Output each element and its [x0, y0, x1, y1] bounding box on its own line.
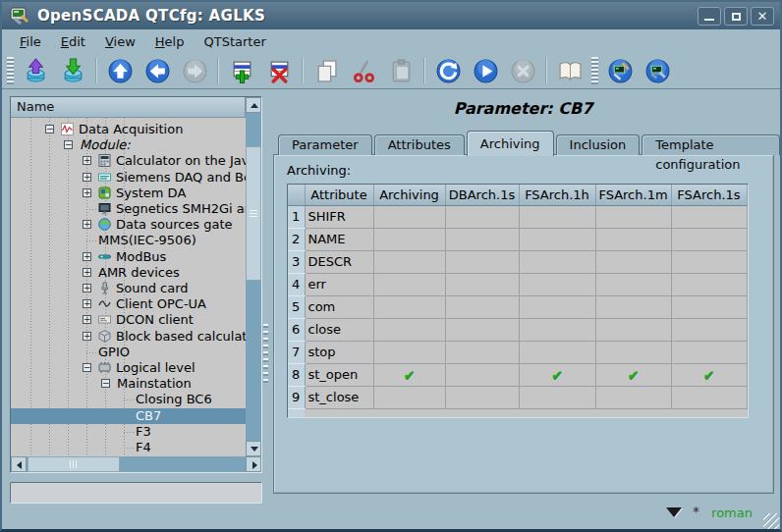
tab-inclusion[interactable]: Inclusion [556, 134, 641, 155]
archive-cell-dbarch-1s[interactable] [445, 318, 519, 341]
tree-header-name[interactable]: Name [11, 97, 246, 118]
archive-cell-fsarch-1s[interactable] [671, 386, 747, 408]
archive-cell-fsarch-1h[interactable] [519, 295, 595, 318]
go-back-button[interactable] [141, 55, 173, 86]
column-header-fsarch-1m[interactable]: FSArch.1m [595, 185, 671, 205]
tree-item-data-sources-gate[interactable]: +Data sources gate [11, 217, 246, 233]
maximize-button[interactable] [724, 7, 748, 26]
menu-file[interactable]: File [10, 32, 51, 51]
tree-item-module-[interactable]: −Module: [11, 137, 246, 153]
manual-button[interactable] [554, 55, 586, 86]
tree-item-cb7[interactable]: CB7 [11, 408, 246, 424]
archive-cell-fsarch-1s[interactable] [671, 228, 747, 250]
scroll-right-button[interactable] [246, 456, 261, 472]
tree-item-closing-bc6[interactable]: Closing BC6 [11, 392, 246, 407]
archive-cell-fsarch-1m[interactable] [595, 250, 671, 273]
vertical-scroll-handle[interactable] [246, 146, 261, 281]
archive-cell-dbarch-1s[interactable] [445, 363, 519, 386]
collapse-icon[interactable]: − [64, 140, 73, 149]
scroll-up-button[interactable] [246, 97, 261, 113]
archive-cell-archiving[interactable] [373, 341, 445, 363]
expand-icon[interactable]: + [83, 188, 91, 197]
archive-cell-archiving[interactable] [373, 386, 445, 408]
archive-cell-archiving[interactable] [373, 228, 445, 250]
archive-cell-archiving[interactable] [373, 250, 445, 273]
expand-icon[interactable]: + [83, 268, 91, 277]
archive-cell-dbarch-1s[interactable] [445, 250, 519, 273]
attribute-cell[interactable]: DESCR [305, 250, 373, 273]
archive-cell-dbarch-1s[interactable] [445, 341, 519, 363]
collapse-icon[interactable]: − [83, 363, 91, 372]
horizontal-scroll-handle[interactable] [28, 456, 120, 472]
archive-cell-fsarch-1s[interactable] [671, 318, 747, 341]
archive-cell-dbarch-1s[interactable] [445, 273, 519, 295]
archive-cell-fsarch-1h[interactable] [519, 341, 595, 363]
row-number[interactable]: 1 [288, 205, 305, 228]
archive-cell-dbarch-1s[interactable] [445, 295, 519, 318]
row-number[interactable]: 2 [288, 228, 305, 250]
column-header-dbarch-1s[interactable]: DBArch.1s [445, 185, 519, 205]
paste-item-button[interactable] [385, 55, 417, 86]
archive-cell-fsarch-1m[interactable] [595, 318, 671, 341]
resize-grip[interactable] [763, 513, 779, 529]
toolbar-grip[interactable] [7, 57, 14, 84]
tree-item-calculator-on-the-java-[interactable]: +Calculator on the Java- [11, 153, 246, 169]
archive-cell-archiving[interactable] [373, 318, 445, 341]
menu-help[interactable]: Help [145, 32, 195, 51]
archive-cell-fsarch-1h[interactable]: ✔ [519, 363, 595, 386]
add-item-button[interactable] [226, 55, 257, 86]
archive-cell-archiving[interactable] [373, 295, 445, 318]
archive-cell-fsarch-1s[interactable] [671, 250, 747, 273]
archive-cell-fsarch-1m[interactable]: ✔ [595, 363, 671, 386]
start-updating-button[interactable] [470, 55, 501, 86]
archive-cell-fsarch-1h[interactable] [519, 205, 595, 228]
column-header-attribute[interactable]: Attribute [305, 185, 373, 205]
tree-item-siemens-daq-and-bec[interactable]: +Siemens DAQ and Bec [11, 170, 246, 186]
archive-cell-fsarch-1m[interactable] [595, 273, 671, 295]
row-number[interactable]: 7 [288, 341, 305, 363]
archive-cell-dbarch-1s[interactable] [445, 386, 519, 408]
menu-view[interactable]: View [95, 32, 145, 51]
go-forward-button[interactable] [179, 55, 210, 86]
attribute-cell[interactable]: close [305, 318, 373, 341]
tree-item-sound-card[interactable]: +Sound card [11, 281, 246, 296]
menu-edit[interactable]: Edit [51, 32, 95, 51]
row-number[interactable]: 8 [288, 363, 305, 386]
load-from-db-button[interactable] [20, 55, 51, 86]
tab-template-configuration[interactable]: Template configuration [642, 134, 780, 155]
starter-vision-button[interactable] [642, 55, 673, 86]
attribute-cell[interactable]: err [305, 273, 373, 295]
column-header-fsarch-1s[interactable]: FSArch.1s [671, 185, 747, 205]
cut-item-button[interactable] [348, 55, 379, 86]
tree-item-mainstation[interactable]: −Mainstation [11, 376, 246, 392]
tree-item-client-opc-ua[interactable]: +Client OPC-UA [11, 296, 246, 312]
archive-cell-fsarch-1m[interactable] [595, 295, 671, 318]
tree-item-f4[interactable]: F4 [11, 440, 246, 455]
expand-icon[interactable]: + [83, 284, 91, 293]
archive-cell-fsarch-1h[interactable] [519, 386, 595, 408]
tree-vertical-scrollbar[interactable] [246, 97, 261, 456]
attribute-cell[interactable]: SHIFR [305, 205, 373, 228]
tree-item-gpio[interactable]: GPIO [11, 345, 246, 360]
archive-cell-fsarch-1m[interactable] [595, 341, 671, 363]
archive-cell-fsarch-1s[interactable] [671, 205, 747, 228]
collapse-icon[interactable]: − [101, 379, 110, 388]
toolbar-grip[interactable] [591, 57, 598, 84]
archive-cell-fsarch-1s[interactable] [671, 295, 747, 318]
titlebar[interactable]: OpenSCADA QTCfg: AGLKS ✕ [2, 2, 780, 29]
archive-cell-fsarch-1m[interactable] [595, 228, 671, 250]
row-number[interactable]: 6 [288, 318, 305, 341]
minimize-button[interactable] [698, 7, 721, 26]
splitter-handle[interactable] [263, 324, 268, 385]
expand-icon[interactable]: + [83, 220, 91, 229]
attribute-cell[interactable]: com [305, 295, 373, 318]
stop-updating-button[interactable] [507, 55, 538, 86]
tree-horizontal-scrollbar[interactable] [11, 456, 261, 472]
tree-item-amr-devices[interactable]: +AMR devices [11, 265, 246, 281]
menu-qtstarter[interactable]: QTStarter [194, 32, 275, 51]
tree-item-system-da[interactable]: +System DA [11, 186, 246, 201]
close-button[interactable]: ✕ [751, 7, 774, 26]
collapse-icon[interactable]: − [45, 125, 54, 133]
expand-icon[interactable]: + [83, 332, 91, 341]
expand-icon[interactable]: + [83, 299, 91, 308]
